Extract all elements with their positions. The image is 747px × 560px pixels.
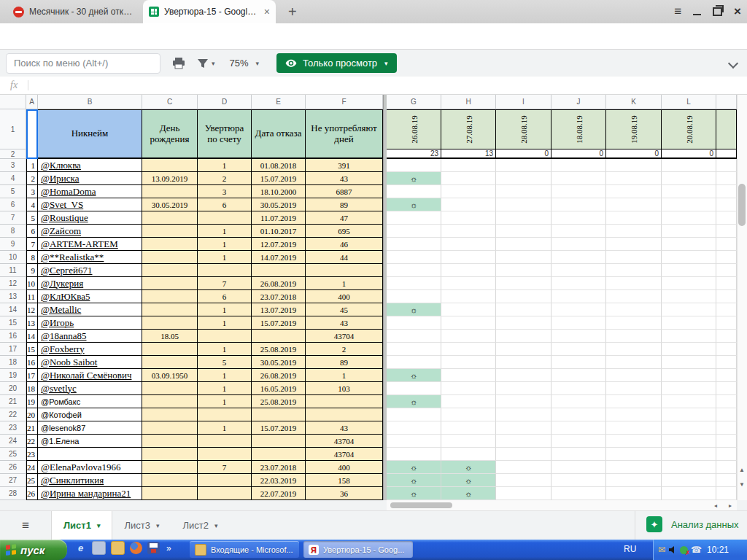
cell-C18[interactable] xyxy=(142,356,198,369)
cell-F19[interactable]: 1 xyxy=(306,369,383,382)
cell-M15[interactable] xyxy=(716,316,737,330)
cell-A10[interactable]: 8 xyxy=(26,251,38,264)
cell-I19[interactable] xyxy=(496,369,551,382)
all-sheets-menu-icon[interactable]: ≡ xyxy=(0,511,51,540)
cell-I27[interactable] xyxy=(496,474,551,487)
cell-F14[interactable]: 45 xyxy=(306,303,383,316)
cell-J6[interactable] xyxy=(551,198,606,211)
cell-A3[interactable]: 1 xyxy=(26,159,38,172)
column-header-C[interactable]: C xyxy=(142,95,198,109)
firefox-icon[interactable] xyxy=(130,542,142,554)
row-header-22[interactable]: 22 xyxy=(0,408,26,421)
mail-icon[interactable] xyxy=(111,541,125,555)
cell-L4[interactable] xyxy=(662,172,716,185)
column-header-L[interactable]: L xyxy=(662,95,716,109)
cell-M7[interactable] xyxy=(716,211,737,225)
header-date-28.08.19[interactable]: 28.08.19 xyxy=(496,109,551,149)
count-26.08.19[interactable]: 23 xyxy=(387,149,441,159)
cell-A27[interactable]: 25 xyxy=(26,474,38,487)
cell-G16[interactable] xyxy=(387,330,441,343)
row-header-1[interactable]: 1 xyxy=(0,109,26,149)
row-header-21[interactable]: 21 xyxy=(0,395,26,408)
cell-E8[interactable]: 01.10.2017 xyxy=(252,225,306,238)
cell-A25[interactable]: 23 xyxy=(26,448,38,461)
cell-B17[interactable]: @Foxberry xyxy=(38,343,142,356)
column-header-G[interactable]: G xyxy=(387,95,441,109)
cell-D13[interactable]: 6 xyxy=(198,290,252,303)
cell-L19[interactable] xyxy=(662,369,716,382)
cell-K26[interactable] xyxy=(606,461,662,474)
cell-B20[interactable]: @svetlyc xyxy=(38,382,142,395)
cell-C4[interactable]: 13.09.2019 xyxy=(142,172,198,185)
horizontal-scrollbar-thumb[interactable] xyxy=(390,502,452,508)
cell-G9[interactable] xyxy=(387,238,441,251)
cell-I25[interactable] xyxy=(496,448,551,461)
cell-B3[interactable]: @Клюква xyxy=(38,159,142,172)
cell-A23[interactable]: 21 xyxy=(26,421,38,435)
cell-M6[interactable] xyxy=(716,198,737,211)
cell-I12[interactable] xyxy=(496,277,551,290)
cell-F27[interactable]: 158 xyxy=(306,474,383,487)
cell-G24[interactable] xyxy=(387,435,441,448)
cell-J11[interactable] xyxy=(551,264,606,277)
cell-D5[interactable]: 3 xyxy=(198,185,252,198)
cell-H9[interactable] xyxy=(441,238,496,251)
cell-A24[interactable]: 22 xyxy=(26,435,38,448)
formula-bar[interactable]: fx xyxy=(0,77,747,95)
cell-F3[interactable]: 391 xyxy=(306,159,383,172)
cell-D26[interactable]: 7 xyxy=(198,461,252,474)
cell-M9[interactable] xyxy=(716,238,737,251)
cell-E6[interactable]: 30.05.2019 xyxy=(252,198,306,211)
cell-G10[interactable] xyxy=(387,251,441,264)
cell-H7[interactable] xyxy=(441,211,496,225)
cell-F12[interactable]: 1 xyxy=(306,277,383,290)
cell-E27[interactable]: 22.03.2019 xyxy=(252,474,306,487)
cell-M28[interactable] xyxy=(716,487,737,500)
cell-L6[interactable] xyxy=(662,198,716,211)
vertical-scrollbar-thumb[interactable] xyxy=(738,184,746,226)
cell-L25[interactable] xyxy=(662,448,716,461)
cell-G5[interactable] xyxy=(387,185,441,198)
cell-C21[interactable] xyxy=(142,395,198,408)
cell-H22[interactable] xyxy=(441,408,496,421)
cell-L12[interactable] xyxy=(662,277,716,290)
row-header-7[interactable]: 7 xyxy=(0,211,26,225)
cell-J14[interactable] xyxy=(551,303,606,316)
cell-B5[interactable]: @HomaDoma xyxy=(38,185,142,198)
count-27.08.19[interactable]: 13 xyxy=(441,149,496,159)
cell-B26[interactable]: @ElenaPavlova1966 xyxy=(38,461,142,474)
row-header-2[interactable]: 2 xyxy=(0,149,26,159)
cell-D14[interactable]: 1 xyxy=(198,303,252,316)
cell-J24[interactable] xyxy=(551,435,606,448)
cell-H3[interactable] xyxy=(441,159,496,172)
cell-C27[interactable] xyxy=(142,474,198,487)
column-header-A[interactable]: A xyxy=(26,95,38,109)
cell-J25[interactable] xyxy=(551,448,606,461)
cell-F17[interactable]: 2 xyxy=(306,343,383,356)
cell-G27[interactable]: ☼ xyxy=(387,474,441,487)
cell-J4[interactable] xyxy=(551,172,606,185)
cell-G7[interactable] xyxy=(387,211,441,225)
row-header-15[interactable]: 15 xyxy=(0,316,26,330)
cell-I22[interactable] xyxy=(496,408,551,421)
cell-F5[interactable]: 6887 xyxy=(306,185,383,198)
cell-G18[interactable] xyxy=(387,356,441,369)
cell-I3[interactable] xyxy=(496,159,551,172)
cell-I18[interactable] xyxy=(496,356,551,369)
row-header-4[interactable]: 4 xyxy=(0,172,26,185)
cell-H28[interactable]: ☼ xyxy=(441,487,496,500)
cell-B11[interactable]: @Сергей671 xyxy=(38,264,142,277)
cell-A15[interactable]: 13 xyxy=(26,316,38,330)
cell-M8[interactable] xyxy=(716,225,737,238)
row-header-6[interactable]: 6 xyxy=(0,198,26,211)
count-20.08.19[interactable]: 0 xyxy=(662,149,716,159)
cell-E12[interactable]: 26.08.2019 xyxy=(252,277,306,290)
browser-menu-icon[interactable]: ≡ xyxy=(674,4,681,19)
row-header-17[interactable]: 17 xyxy=(0,343,26,356)
taskbar-button-outlook[interactable]: Входящие - Microsof... xyxy=(190,541,299,558)
cell-L15[interactable] xyxy=(662,316,716,330)
cell-C11[interactable] xyxy=(142,264,198,277)
cell-L8[interactable] xyxy=(662,225,716,238)
column-header-D[interactable]: D xyxy=(198,95,252,109)
cell-K27[interactable] xyxy=(606,474,662,487)
